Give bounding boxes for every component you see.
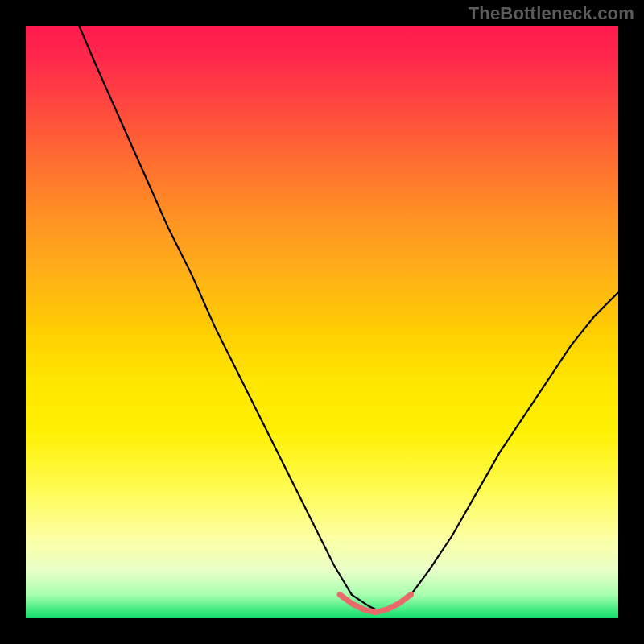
bottleneck-curve (79, 26, 618, 613)
watermark-text: TheBottleneck.com (469, 3, 634, 24)
plot-area (26, 26, 618, 618)
chart-frame: TheBottleneck.com (0, 0, 644, 644)
curve-layer (26, 26, 618, 618)
trough-highlight (340, 595, 411, 613)
